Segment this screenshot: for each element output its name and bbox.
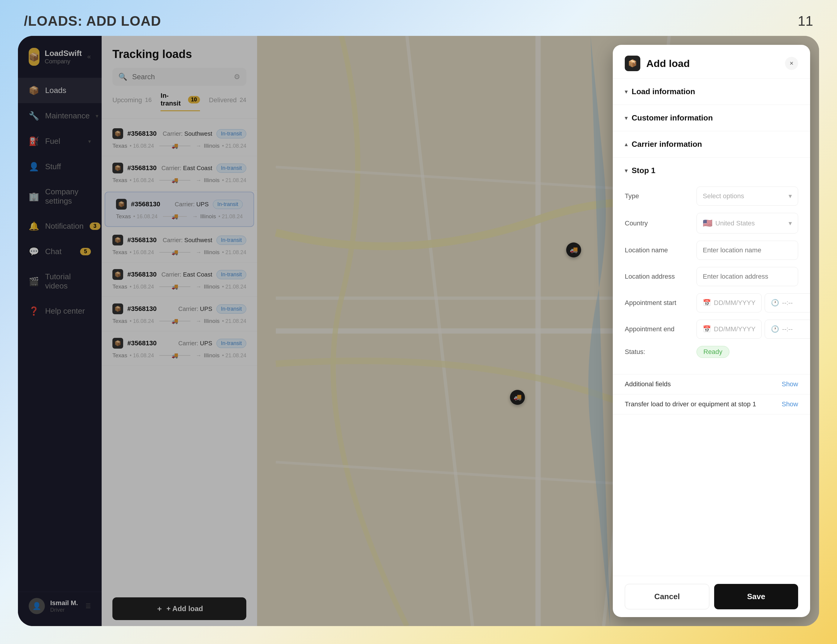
carrier-information-section: ▴ Carrier information (613, 131, 810, 158)
location-address-field[interactable] (696, 267, 798, 286)
location-name-input[interactable] (703, 246, 792, 254)
appointment-end-label: Appointment end (625, 325, 691, 333)
calendar-icon: 📅 (703, 325, 711, 333)
calendar-icon: 📅 (703, 299, 711, 307)
page-title: /LOADS: ADD LOAD (24, 13, 161, 29)
type-placeholder: Select options (703, 192, 744, 200)
stop-1-section: ▾ Stop 1 Type Select options ▾ (613, 158, 810, 374)
appointment-start-row: Appointment start 📅 DD/MM/YYYY 🕐 --:-- (625, 293, 798, 312)
modal-title: Add load (646, 58, 689, 69)
load-information-label: Load information (632, 87, 695, 96)
modal-body: ▾ Load information ▾ Customer informatio… (613, 79, 810, 576)
status-badge: Ready (696, 346, 729, 358)
status-row: Status: Ready (625, 346, 798, 358)
additional-fields-row: Additional fields Show (613, 374, 810, 394)
chevron-down-icon: ▾ (789, 219, 792, 227)
time-placeholder: --:-- (782, 325, 793, 333)
carrier-information-label: Carrier information (632, 140, 702, 149)
location-name-label: Location name (625, 246, 691, 254)
close-button[interactable]: × (785, 57, 798, 70)
appointment-end-row: Appointment end 📅 DD/MM/YYYY 🕐 --:-- (625, 320, 798, 339)
clock-icon: 🕐 (771, 299, 779, 307)
modal-icon: 📦 (625, 56, 640, 71)
flag-icon: 🇺🇸 (703, 219, 712, 228)
location-address-input[interactable] (703, 273, 792, 281)
additional-fields-label: Additional fields (625, 380, 671, 388)
location-name-field[interactable] (696, 241, 798, 260)
modal-footer: Cancel Save (613, 576, 810, 617)
appointment-end-date[interactable]: 📅 DD/MM/YYYY (696, 320, 762, 339)
main-content: Tracking loads 🔍 ⚙ Upcoming 16 In-transi… (102, 36, 819, 626)
stop-1-header[interactable]: ▾ Stop 1 (613, 158, 810, 184)
chevron-right-icon: ▾ (625, 89, 627, 95)
location-address-row: Location address (625, 267, 798, 286)
chevron-right-icon: ▾ (625, 115, 627, 122)
appointment-start-time[interactable]: 🕐 --:-- (765, 293, 810, 312)
transfer-show[interactable]: Show (782, 400, 798, 408)
save-button[interactable]: Save (714, 584, 798, 610)
load-information-section: ▾ Load information (613, 79, 810, 105)
cancel-button[interactable]: Cancel (625, 584, 709, 610)
add-load-modal: 📦 Add load × ▾ Load information ▾ Custom (613, 45, 810, 617)
modal-header: 📦 Add load × (613, 45, 810, 79)
time-placeholder: --:-- (782, 299, 793, 307)
chevron-down-icon: ▾ (789, 192, 792, 200)
date-placeholder: DD/MM/YYYY (714, 299, 755, 307)
country-value: United States (716, 219, 755, 227)
appointment-start-label: Appointment start (625, 299, 691, 307)
country-label: Country (625, 219, 691, 227)
additional-fields-show[interactable]: Show (782, 380, 798, 388)
stop-1-label: Stop 1 (632, 166, 655, 175)
location-address-label: Location address (625, 273, 691, 281)
app-container: 📦 LoadSwift Company « 📦 Loads 🔧 Maintena… (18, 36, 819, 626)
location-name-row: Location name (625, 241, 798, 260)
customer-information-header[interactable]: ▾ Customer information (613, 105, 810, 131)
country-row: Country 🇺🇸 United States ▾ (625, 213, 798, 233)
country-select[interactable]: 🇺🇸 United States ▾ (696, 213, 798, 233)
date-placeholder: DD/MM/YYYY (714, 325, 755, 333)
stop-1-content: Type Select options ▾ Country 🇺🇸 Un (613, 184, 810, 374)
status-label: Status: (625, 348, 691, 356)
transfer-row: Transfer load to driver or equipment at … (613, 394, 810, 414)
chevron-up-icon: ▴ (625, 141, 627, 148)
clock-icon: 🕐 (771, 325, 779, 333)
appointment-end-time[interactable]: 🕐 --:-- (765, 320, 810, 339)
appointment-start-fields: 📅 DD/MM/YYYY 🕐 --:-- (696, 293, 810, 312)
top-bar: /LOADS: ADD LOAD 11 (0, 0, 837, 42)
load-information-header[interactable]: ▾ Load information (613, 79, 810, 105)
page-number: 11 (798, 13, 813, 29)
type-label: Type (625, 192, 691, 200)
type-row: Type Select options ▾ (625, 187, 798, 206)
carrier-information-header[interactable]: ▴ Carrier information (613, 131, 810, 157)
appointment-end-fields: 📅 DD/MM/YYYY 🕐 --:-- (696, 320, 810, 339)
customer-information-section: ▾ Customer information (613, 105, 810, 131)
chevron-down-icon: ▾ (625, 168, 627, 174)
transfer-label: Transfer load to driver or equipment at … (625, 400, 756, 408)
type-select[interactable]: Select options ▾ (696, 187, 798, 206)
customer-information-label: Customer information (632, 113, 713, 123)
appointment-start-date[interactable]: 📅 DD/MM/YYYY (696, 293, 762, 312)
